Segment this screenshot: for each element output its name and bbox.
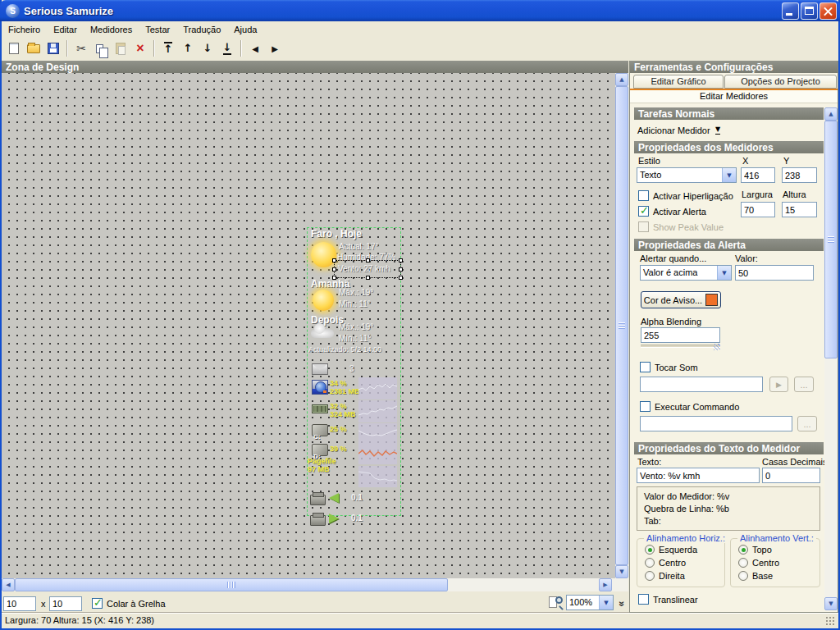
close-button[interactable] — [819, 2, 837, 20]
alert-checkbox[interactable] — [638, 206, 649, 217]
meter-net-down[interactable]: 0.1 — [351, 493, 363, 502]
selection-handle[interactable] — [366, 258, 370, 262]
scroll-up-button[interactable]: ▲ — [824, 107, 838, 121]
copy-button[interactable] — [91, 39, 111, 57]
add-meter-button[interactable]: Adicionar Medidor — [637, 126, 710, 135]
selection-marquee[interactable]: Vento: 27 kmh — [334, 260, 401, 278]
scroll-right-button[interactable]: ▶ — [599, 578, 612, 591]
radio-base[interactable]: Base — [738, 571, 773, 581]
meter-mail-count[interactable]: 3 — [349, 364, 354, 373]
meter-graph[interactable] — [358, 443, 397, 464]
zoom-select[interactable]: 100% — [566, 595, 614, 610]
cloud-icon[interactable] — [311, 329, 334, 338]
add-meter-dropdown-icon[interactable]: ▼ — [715, 126, 720, 135]
selection-handle[interactable] — [399, 276, 403, 280]
mail-icon[interactable] — [312, 363, 328, 375]
maximize-button[interactable] — [801, 2, 818, 20]
meter-net-percent[interactable]: 34 % — [330, 379, 347, 387]
tab-opcoes-projecto[interactable]: Opções do Projecto — [724, 75, 837, 89]
menu-ajuda[interactable]: Ajuda — [227, 21, 263, 38]
meter-weather-city[interactable]: Faro , Hoje — [311, 228, 362, 240]
chevron-down-icon[interactable] — [722, 168, 736, 182]
meter-text-input[interactable] — [637, 468, 760, 483]
decimals-input[interactable] — [762, 468, 820, 483]
meter-wind-selected[interactable]: Vento: 27 kmh — [338, 264, 390, 273]
menu-editar[interactable]: Editar — [47, 21, 84, 38]
meter-net-up[interactable]: 0.1 — [351, 514, 363, 523]
meter-net-total[interactable]: 2381 MB — [330, 387, 360, 395]
radio-centro-v[interactable]: Centro — [738, 558, 779, 568]
alert-value-input[interactable] — [735, 265, 814, 281]
radio-direita[interactable]: Direita — [645, 571, 685, 581]
meter-actual-temp[interactable]: Actual: 17° — [339, 242, 378, 251]
radio-centro-h[interactable]: Centro — [645, 558, 686, 568]
alert-when-select[interactable]: Valor é acima — [640, 265, 732, 281]
titlebar[interactable]: S Serious Samurize — [0, 0, 840, 21]
selection-handle[interactable] — [332, 267, 336, 272]
height-input[interactable] — [782, 202, 817, 217]
network-icon[interactable] — [310, 515, 326, 526]
panel-vscrollbar[interactable]: ▲ ▼ — [824, 107, 838, 610]
warn-color-button[interactable]: Cor de Aviso... — [641, 291, 721, 308]
open-button[interactable] — [24, 39, 43, 57]
selection-handle[interactable] — [332, 258, 336, 262]
canvas-vscrollbar[interactable]: ▲ ▼ — [615, 73, 628, 578]
bring-to-front-button[interactable]: ↑ — [158, 39, 178, 57]
menu-traducao[interactable]: Tradução — [176, 21, 227, 38]
sun-icon[interactable] — [311, 242, 336, 267]
snap-to-grid-checkbox[interactable] — [92, 598, 103, 609]
back-button[interactable]: ◀ — [245, 39, 265, 57]
move-up-button[interactable]: ↑ — [178, 39, 198, 57]
meter-drive-d-percent[interactable]: 39 % — [330, 445, 347, 453]
send-to-back-button[interactable]: ↓ — [217, 39, 237, 57]
internet-drive-icon[interactable] — [312, 380, 328, 395]
resize-grip[interactable] — [825, 616, 836, 627]
move-down-button[interactable]: ↓ — [198, 39, 217, 57]
scroll-up-button[interactable]: ▲ — [615, 73, 628, 86]
chevron-down-icon[interactable] — [599, 596, 613, 609]
scroll-thumb[interactable] — [615, 86, 628, 565]
scroll-down-button[interactable]: ▼ — [824, 597, 838, 610]
meter-pagefile-label[interactable]: Pagefile — [308, 457, 336, 465]
meter-graph[interactable] — [358, 377, 397, 399]
meter-tomorrow-max[interactable]: Máx.: 19° — [339, 288, 373, 297]
x-input[interactable] — [741, 167, 775, 183]
scroll-left-button[interactable]: ◀ — [2, 578, 15, 591]
exec-command-input[interactable] — [640, 416, 792, 431]
alpha-blending-slider[interactable] — [641, 345, 720, 348]
scroll-thumb[interactable] — [15, 578, 448, 591]
tab-editar-grafico[interactable]: Editar Gráfico — [633, 75, 724, 89]
minimize-button[interactable] — [782, 2, 799, 20]
network-icon[interactable] — [310, 495, 326, 505]
grid-width-input[interactable] — [3, 596, 36, 611]
menu-medidores[interactable]: Medidores — [84, 21, 139, 38]
scroll-down-button[interactable]: ▼ — [615, 565, 628, 578]
ram-icon[interactable] — [312, 404, 328, 413]
sun-icon[interactable] — [313, 290, 334, 311]
radio-topo[interactable]: Topo — [738, 545, 772, 555]
meter-graph[interactable] — [358, 400, 397, 422]
meter-tomorrow-min[interactable]: Min.: 11° — [339, 299, 371, 308]
meter-later-max[interactable]: Máx.: 19° — [339, 322, 373, 331]
alpha-blending-input[interactable] — [641, 327, 720, 343]
collapse-button[interactable]: » — [616, 595, 628, 611]
meter-updated[interactable]: Actualizado: 5/2 14:00 — [308, 345, 381, 354]
radio-esquerda[interactable]: Esquerda — [645, 545, 697, 555]
hyperlink-checkbox[interactable] — [638, 190, 649, 201]
selection-handle[interactable] — [399, 267, 403, 272]
chevron-down-icon[interactable] — [717, 266, 731, 280]
meter-graph[interactable] — [358, 466, 397, 487]
cut-button[interactable]: ✂ — [71, 39, 91, 57]
menu-testar[interactable]: Testar — [139, 21, 176, 38]
new-file-button[interactable] — [4, 39, 24, 57]
meter-ram-percent[interactable]: 32 % — [330, 402, 347, 410]
delete-button[interactable]: × — [130, 39, 150, 57]
y-input[interactable] — [782, 167, 817, 183]
meter-graph[interactable] — [358, 423, 397, 443]
tab-editar-medidores[interactable]: Editar Medidores — [630, 90, 838, 103]
meter-pagefile-value[interactable]: 97 MB — [308, 465, 330, 473]
selection-handle[interactable] — [366, 276, 370, 280]
translinear-checkbox[interactable] — [638, 594, 649, 605]
forward-button[interactable]: ▶ — [265, 39, 285, 57]
meter-drive-c-percent[interactable]: 25 % — [330, 425, 347, 433]
